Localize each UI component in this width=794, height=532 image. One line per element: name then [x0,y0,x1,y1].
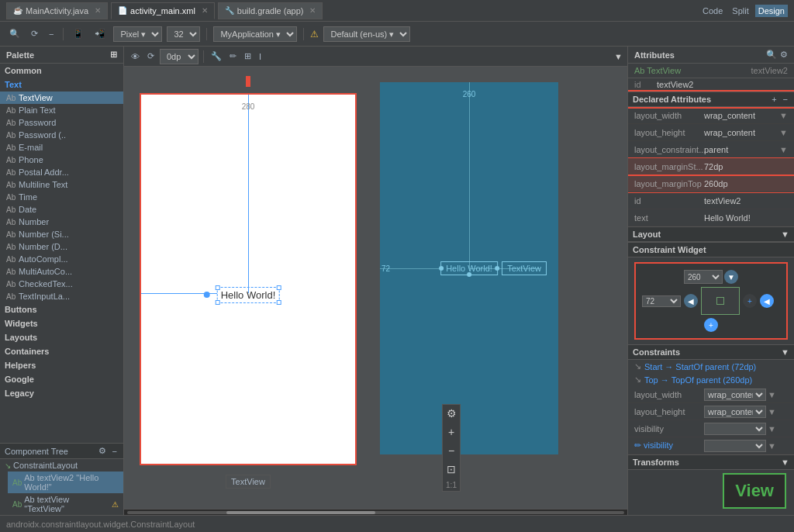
split-mode-btn[interactable]: Split [729,5,751,17]
tab-main-java[interactable]: ☕ MainActivity.java ✕ [6,2,108,19]
palette-item-postal[interactable]: Ab Postal Addr... [0,166,123,178]
sep3 [303,28,304,40]
attr-dropdown-height[interactable]: ▼ [779,128,788,137]
refresh-btn[interactable]: ⟳ [28,27,41,40]
transforms-collapse[interactable]: ▼ [781,458,789,467]
canvas-text-btn[interactable]: I [257,51,264,62]
zoom-in-btn[interactable]: + [443,423,460,440]
tab-close-gradle[interactable]: ✕ [309,6,316,15]
palette-filter-icon[interactable]: ⊞ [110,50,117,60]
search-btn[interactable]: 🔍 [6,27,23,40]
attr-settings-btn[interactable]: ⚙ [780,50,788,60]
palette-item-number[interactable]: Ab Number [0,216,123,228]
palette-item-numberd[interactable]: Ab Number (D... [0,240,123,253]
palette-section-text: Text [0,78,123,92]
transforms-section[interactable]: Transforms ▼ [628,454,794,470]
tab-close-java[interactable]: ✕ [95,6,101,15]
declared-attrs-collapse-btn[interactable]: − [782,95,789,104]
device-select[interactable]: Pixel ▾ [113,26,162,42]
palette-item-date[interactable]: Ab Date [0,203,123,216]
comp-tree-collapse-btn[interactable]: − [111,446,119,456]
tab-activity-xml[interactable]: 📄 activity_main.xml ✕ [111,2,215,19]
canvas-eye-btn[interactable]: 👁 [129,51,142,62]
scroll-thumb[interactable] [226,511,375,514]
layout-section[interactable]: Layout ▼ [628,226,794,242]
cw-right-connect[interactable]: ◀ [760,294,774,308]
horizontal-scrollbar[interactable] [124,509,627,515]
palette-item-multiauto[interactable]: Ab MultiAutoCo... [0,265,123,278]
cw-bottom-btn[interactable]: + [704,318,718,332]
tree-item-textview2[interactable]: Ab Ab textView2 "Hello World!" [8,472,123,493]
attr-row-visibility: visibility ▼ [628,420,794,437]
attr-dropdown-constraint[interactable]: ▼ [779,145,788,154]
hello-world-widget[interactable]: Hello World! [217,287,280,303]
view-badge[interactable]: View [723,473,786,509]
warning-icon: ⚠ [310,29,319,40]
attr-row-margin-start[interactable]: layout_marginSt... 72dp [628,158,794,175]
visibility-arrow[interactable]: ▼ [768,424,776,434]
code-mode-btn[interactable]: Code [699,5,726,17]
declared-attrs-section[interactable]: Declared Attributes + − [628,92,794,107]
palette-item-multiline[interactable]: Ab Multiline Text [0,178,123,191]
device-btn[interactable]: 📲 [91,27,109,40]
layout-section-collapse[interactable]: ▼ [781,230,789,239]
canvas-refresh-btn[interactable]: ⟳ [145,50,157,62]
bottom-width-select[interactable]: wrap_content [704,389,766,401]
tab-build-gradle[interactable]: 🔧 build.gradle (app) ✕ [218,2,323,19]
palette-item-password[interactable]: Ab Password [0,116,123,129]
cw-top-arrow[interactable]: ▼ [724,270,738,284]
phone-container: Hello World! 280 TextView [132,74,364,501]
constraints-section[interactable]: Constraints ▼ [628,344,794,360]
constraints-collapse[interactable]: ▼ [781,347,789,357]
palette-section-containers: Containers [0,344,123,358]
canvas-tool-btn[interactable]: 🔧 [209,50,224,62]
canvas-margin-select[interactable]: 0dp [160,49,198,64]
cw-top-select[interactable]: 260 [684,270,723,284]
constraint-widget-section[interactable]: Constraint Widget [628,242,794,257]
cw-left-select[interactable]: 72 [642,295,681,307]
design-mode-btn[interactable]: Design [755,5,788,17]
attr-dropdown-width[interactable]: ▼ [779,111,788,120]
palette-item-password2[interactable]: Ab Password (.. [0,129,123,141]
attr-row-margin-top[interactable]: layout_marginTop 260dp [628,175,794,192]
palette-item-phone[interactable]: Ab Phone [0,154,123,166]
bottom-bar: androidx.constraintlayout.widget.Constra… [0,515,794,532]
palette-item-numbersi[interactable]: Ab Number (Si... [0,228,123,240]
bottom-height-select[interactable]: wrap_content [704,406,766,418]
locale-select[interactable]: Default (en-us) ▾ [323,26,410,42]
palette-item-textview[interactable]: Ab TextView [0,92,123,104]
palette-item-email[interactable]: Ab E-mail [0,141,123,154]
minus-btn[interactable]: − [46,28,57,40]
orientation-btn[interactable]: 📱 [70,27,87,40]
palette-item-textinput[interactable]: Ab TextInputLa... [0,290,123,302]
tree-item-textview[interactable]: Ab Ab textView "TextView" ⚠ [8,493,123,515]
canvas-pen-btn[interactable]: ✏ [227,50,239,62]
palette-item-plaintext[interactable]: Ab Plain Text [0,104,123,116]
palette-item-checkedtext[interactable]: Ab CheckedTex... [0,278,123,290]
cw-inner-box [716,297,724,305]
blueprint-frame[interactable]: 260 72 Hello World! TextView [380,82,558,454]
app-select[interactable]: MyApplication ▾ [213,26,297,42]
visibility2-arrow[interactable]: ▼ [768,441,776,451]
bp-hello-world[interactable]: Hello World! [440,261,498,275]
zoom-settings-btn[interactable]: ⚙ [443,405,460,422]
visibility2-select[interactable] [704,440,766,452]
bp-textview[interactable]: TextView [502,261,547,275]
palette-item-autocomplete[interactable]: Ab AutoCompl... [0,253,123,265]
phone-frame[interactable]: Hello World! 280 [140,93,357,465]
tab-close-xml[interactable]: ✕ [202,6,208,15]
zoom-fit-btn[interactable]: ⊡ [443,461,460,478]
bottom-width-arrow[interactable]: ▼ [768,390,776,399]
tree-item-constraintlayout[interactable]: ↘ ConstraintLayout [0,459,123,472]
attr-search-btn[interactable]: 🔍 [766,50,777,60]
comp-tree-settings-btn[interactable]: ⚙ [97,446,108,456]
bottom-height-arrow[interactable]: ▼ [768,407,776,416]
cw-right-btn[interactable]: + [743,294,757,308]
cw-left-arrow[interactable]: ◀ [684,294,698,308]
declared-attrs-plus-btn[interactable]: + [770,95,778,104]
visibility-select[interactable] [704,423,766,435]
api-select[interactable]: 32 [167,26,200,42]
zoom-out-btn[interactable]: − [443,442,460,459]
palette-item-time[interactable]: Ab Time [0,191,123,203]
canvas-grid-btn[interactable]: ⊞ [242,50,254,62]
